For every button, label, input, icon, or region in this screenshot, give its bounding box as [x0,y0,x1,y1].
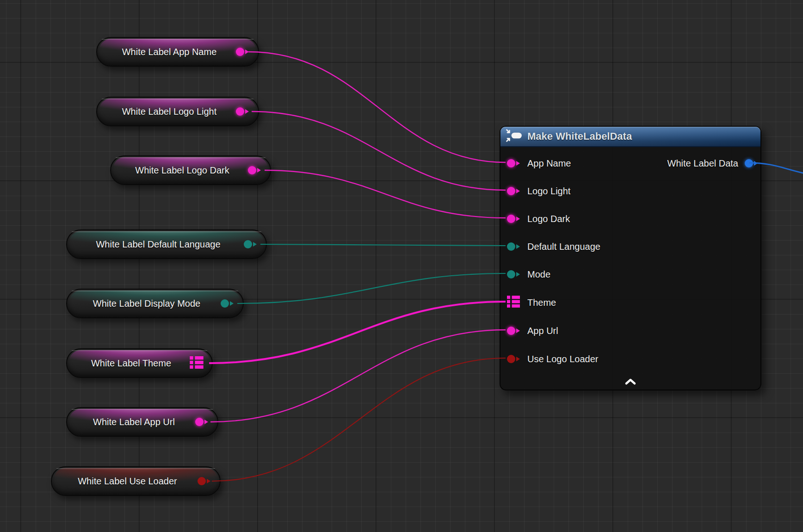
wire-mode[interactable] [237,273,506,303]
wire-default-language[interactable] [260,244,506,246]
wire-use-logo-loader[interactable] [212,358,506,481]
output-pin-enum-icon[interactable] [244,240,252,248]
node-white-label-default-language[interactable]: White Label Default Language [66,229,267,259]
input-row-logo-light[interactable]: Logo Light [507,177,570,205]
node-label: White Label Logo Light [109,106,229,117]
node-label: White Label App Url [79,417,189,427]
make-struct-icon [506,129,523,144]
wire-logo-light[interactable] [252,111,506,190]
input-pin-struct-grid-icon[interactable] [507,296,520,309]
collapse-node-button[interactable] [620,377,641,388]
input-pin-string-icon[interactable] [507,215,515,223]
input-row-mode[interactable]: Mode [507,260,550,288]
node-white-label-use-loader[interactable]: White Label Use Loader [51,466,221,496]
wire-app-name[interactable] [248,52,506,162]
node-white-label-app-name[interactable]: White Label App Name [96,37,259,67]
wire-logo-dark[interactable] [265,170,506,218]
input-row-use-logo-loader[interactable]: Use Logo Loader [507,345,598,373]
chevron-up-icon [624,378,637,387]
output-pin-string-icon[interactable] [236,107,244,116]
node-header[interactable]: Make WhiteLabelData [500,127,760,147]
input-row-default-language[interactable]: Default Language [507,233,600,260]
node-white-label-app-url[interactable]: White Label App Url [66,407,218,437]
node-make-whitelabeldata[interactable]: Make WhiteLabelData App Name Logo Light … [500,126,761,390]
input-pin-enum-icon[interactable] [507,242,515,251]
graph-viewport[interactable]: White Label App Name White Label Logo Li… [0,0,803,532]
output-pin-enum-icon[interactable] [221,299,229,308]
node-title: Make WhiteLabelData [527,130,632,142]
blueprint-graph-canvas[interactable]: { "colors": { "background": "#2b2b2b", "… [0,0,803,532]
input-pin-string-icon[interactable] [507,187,515,195]
output-pin-bool-icon[interactable] [198,477,206,485]
input-pin-bool-icon[interactable] [507,355,515,363]
node-white-label-theme[interactable]: White Label Theme [66,348,213,378]
output-pin-string-icon[interactable] [236,48,244,56]
output-row-white-label-data[interactable]: White Label Data [667,149,753,177]
node-label: White Label Logo Dark [123,165,241,176]
output-pin-string-icon[interactable] [248,166,256,174]
input-row-theme[interactable]: Theme [507,289,556,316]
node-label: White Label Display Mode [79,298,214,309]
node-label: White Label Theme [79,358,183,369]
input-pin-string-icon[interactable] [507,159,515,167]
node-label: White Label App Name [109,47,229,57]
node-white-label-display-mode[interactable]: White Label Display Mode [66,289,244,318]
node-white-label-logo-light[interactable]: White Label Logo Light [96,97,259,126]
wire-theme[interactable] [209,302,506,363]
input-row-app-name[interactable]: App Name [507,149,571,177]
wire-app-url[interactable] [210,330,506,422]
output-pin-string-icon[interactable] [195,418,204,426]
node-white-label-logo-dark[interactable]: White Label Logo Dark [110,155,271,185]
node-label: White Label Default Language [79,239,237,250]
input-pin-enum-icon[interactable] [507,270,515,278]
input-pin-string-icon[interactable] [507,327,515,335]
input-row-app-url[interactable]: App Url [507,317,558,345]
node-label: White Label Use Loader [64,476,191,487]
input-row-logo-dark[interactable]: Logo Dark [507,205,570,233]
output-pin-struct-grid-icon[interactable] [190,356,204,371]
